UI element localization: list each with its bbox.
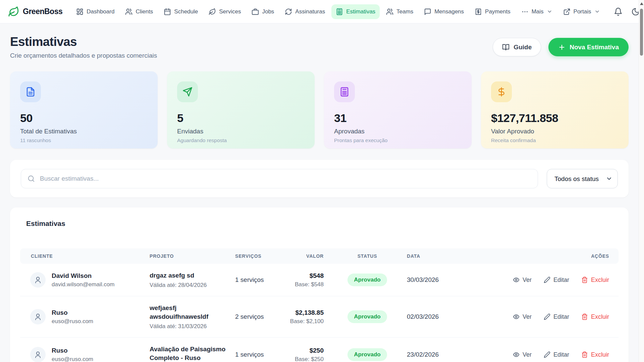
col-cliente: CLIENTE <box>20 253 144 259</box>
project-valid-until: Válida até: 28/04/2026 <box>150 282 230 289</box>
trash-icon <box>581 351 588 358</box>
status-cell: Aprovado <box>330 310 404 323</box>
client-cell: Ruso euso@ruso.com <box>20 309 144 325</box>
avatar <box>30 347 46 362</box>
refresh-icon <box>285 8 292 15</box>
nav-item-teams[interactable]: Teams <box>382 4 418 19</box>
scroll-up-arrow[interactable] <box>640 2 643 5</box>
briefcase-icon <box>252 8 259 15</box>
nav-item-estimativas[interactable]: Estimativas <box>331 4 380 19</box>
book-open-icon <box>502 44 509 51</box>
nav-item-dashboard[interactable]: Dashboard <box>72 4 119 19</box>
services-cell: 1 serviços <box>230 276 280 284</box>
stat-sublabel: 11 rascunhos <box>20 137 148 143</box>
view-button[interactable]: Ver <box>513 351 532 358</box>
nav-item-services[interactable]: Services <box>204 4 245 19</box>
project-name: wefjaesfj awsdouifhnawesldf <box>150 304 230 321</box>
client-name: Ruso <box>52 347 93 354</box>
ellipsis-icon <box>521 8 529 15</box>
project-cell: drgaz asefg sd Válida até: 28/04/2026 <box>144 271 230 289</box>
status-filter-select[interactable]: Todos os status <box>547 169 618 188</box>
stat-sublabel: Receita confirmada <box>491 137 619 143</box>
col-valor: VALOR <box>280 253 330 259</box>
client-email: euso@ruso.com <box>52 318 93 325</box>
calendar-icon <box>164 8 171 15</box>
date-cell: 23/02/2026 <box>404 351 485 358</box>
delete-button[interactable]: Excluir <box>581 351 609 358</box>
nav-label: Schedule <box>174 8 198 15</box>
value-base: Base: $548 <box>285 281 324 288</box>
client-email: euso@ruso.com <box>52 356 93 362</box>
delete-button[interactable]: Excluir <box>581 313 609 320</box>
brand-logo[interactable]: GreenBoss <box>8 6 62 17</box>
table-header-row: CLIENTE PROJETO SERVIÇOS VALOR STATUS DA… <box>20 248 619 264</box>
chevron-down-icon <box>547 9 552 14</box>
external-link-icon <box>563 8 571 15</box>
stat-value: 5 <box>177 112 305 125</box>
edit-button[interactable]: Editar <box>544 351 569 358</box>
services-cell: 1 serviços <box>230 351 280 358</box>
table-row: David Wilson david.wilson@email.com drga… <box>20 264 619 296</box>
message-icon <box>424 8 431 15</box>
client-email: david.wilson@email.com <box>52 281 114 288</box>
delete-button[interactable]: Excluir <box>581 277 609 284</box>
stat-value: 50 <box>20 112 148 125</box>
value-cell: $2,138.85 Base: $2,100 <box>280 309 330 325</box>
notifications-bell-icon[interactable] <box>614 7 623 16</box>
nav-item-schedule[interactable]: Schedule <box>159 4 202 19</box>
nav-label: Payments <box>485 8 511 15</box>
nav-label: Estimativas <box>346 8 375 15</box>
value-base: Base: $250 <box>285 356 324 362</box>
chevron-down-icon <box>594 9 600 14</box>
nav-dropdown-mais[interactable]: Mais <box>517 4 557 19</box>
top-navigation: GreenBoss Dashboard Clients Schedule Ser… <box>0 0 639 23</box>
nav-label: Mais <box>532 8 544 15</box>
nav-item-mensagens[interactable]: Mensagens <box>420 4 468 19</box>
user-icon <box>34 351 42 359</box>
stat-card-valor: $127,711.858 Valor Aprovado Receita conf… <box>481 71 629 148</box>
edit-button[interactable]: Editar <box>544 277 569 284</box>
estimates-table-card: Estimativas CLIENTE PROJETO SERVIÇOS VAL… <box>10 207 629 362</box>
trash-icon <box>581 277 588 283</box>
file-icon <box>20 81 41 102</box>
nav-dropdown-portais[interactable]: Portais <box>559 4 604 19</box>
client-cell: David Wilson david.wilson@email.com <box>20 272 144 288</box>
value-amount: $250 <box>285 347 324 354</box>
table-body: David Wilson david.wilson@email.com drga… <box>20 264 619 362</box>
dollar-icon <box>491 81 512 102</box>
new-estimate-button[interactable]: Nova Estimativa <box>548 38 629 56</box>
project-name: Avaliação de Paisagismo Completo - Ruso <box>150 345 230 362</box>
nav-item-assinaturas[interactable]: Assinaturas <box>280 4 329 19</box>
stat-card-total: 50 Total de Estimativas 11 rascunhos <box>10 71 158 148</box>
nav-label: Services <box>219 8 241 15</box>
stat-sublabel: Prontas para execução <box>334 137 462 143</box>
services-cell: 2 serviços <box>230 313 280 320</box>
send-icon <box>177 81 198 102</box>
stat-label: Total de Estimativas <box>20 128 148 135</box>
page-scrollbar[interactable] <box>639 0 644 362</box>
table-section-title: Estimativas <box>20 220 619 228</box>
stat-label: Aprovadas <box>334 128 462 135</box>
view-button[interactable]: Ver <box>513 277 532 284</box>
status-badge: Aprovado <box>347 310 387 323</box>
user-icon <box>34 276 42 284</box>
edit-button[interactable]: Editar <box>544 313 569 320</box>
scrollbar-thumb[interactable] <box>640 9 643 56</box>
project-name: drgaz asefg sd <box>150 271 230 280</box>
page-title: Estimativas <box>10 35 157 49</box>
nav-item-clients[interactable]: Clients <box>121 4 157 19</box>
guide-button[interactable]: Guide <box>493 38 541 56</box>
page-header: Estimativas Crie orçamentos detalhados e… <box>10 35 629 59</box>
actions-cell: Ver Editar Excluir <box>485 351 619 358</box>
search-input[interactable] <box>21 169 538 188</box>
plus-icon <box>558 44 566 51</box>
nav-item-payments[interactable]: Payments <box>470 4 515 19</box>
search-icon <box>28 175 35 182</box>
pencil-icon <box>544 351 550 358</box>
view-button[interactable]: Ver <box>513 313 532 320</box>
nav-label: Dashboard <box>87 8 114 15</box>
project-cell: wefjaesfj awsdouifhnawesldf Válida até: … <box>144 304 230 330</box>
stat-value: $127,711.858 <box>491 112 619 125</box>
nav-item-jobs[interactable]: Jobs <box>247 4 278 19</box>
value-cell: $548 Base: $548 <box>280 272 330 288</box>
